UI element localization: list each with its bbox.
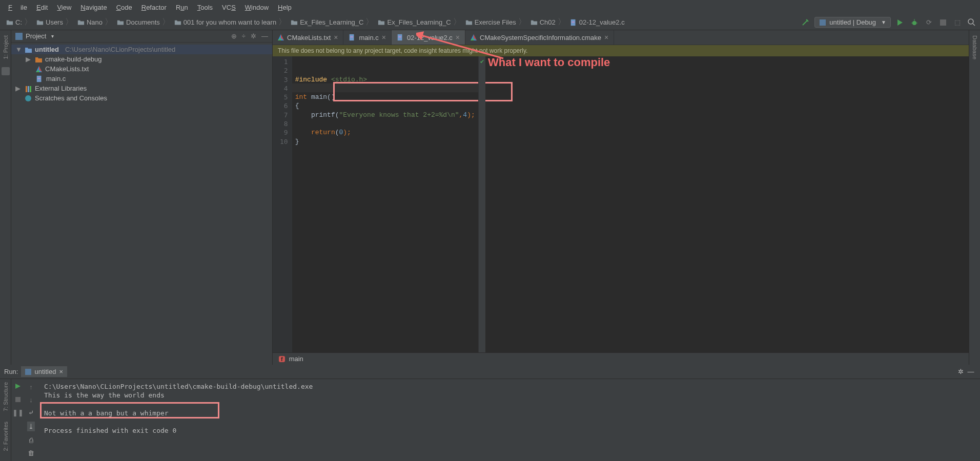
run-config-label: untitled | Debug — [829, 18, 876, 26]
stop-button[interactable] — [15, 396, 21, 404]
libs-icon — [25, 85, 32, 92]
tree-cmake-build[interactable]: ▶ cmake-build-debug — [11, 54, 272, 64]
console-line: This is the way the world ends — [44, 391, 165, 399]
build-icon[interactable] — [800, 17, 810, 28]
menu-code[interactable]: Code — [112, 2, 136, 13]
tab-mainc[interactable]: main.c× — [343, 30, 391, 45]
svg-point-16 — [25, 95, 31, 101]
svg-rect-14 — [28, 86, 29, 92]
close-icon[interactable]: × — [334, 33, 338, 41]
svg-rect-15 — [30, 86, 31, 92]
navigation-toolbar: C:〉 Users〉 Nano〉 Documents〉 001 for you … — [0, 15, 980, 30]
menu-tools[interactable]: Tools — [193, 2, 217, 13]
print-icon[interactable]: ⎙ — [29, 436, 33, 444]
crumb-exercise: Exercise Files — [462, 18, 517, 26]
svg-rect-10 — [15, 33, 23, 40]
chevron-down-icon[interactable]: ▾ — [51, 33, 54, 39]
console-output[interactable]: C:\Users\Nano\CLionProjects\untitled\cma… — [38, 379, 980, 461]
debug-button[interactable] — [909, 17, 920, 28]
tool-database-tab[interactable]: Database — [972, 32, 978, 62]
tree-root[interactable]: ▼ untitled C:\Users\Nano\CLionProjects\u… — [11, 45, 272, 54]
hide-icon[interactable]: — — [966, 367, 976, 377]
menu-view[interactable]: View — [53, 2, 75, 13]
crumb-ex1: Ex_Files_Learning_C — [288, 18, 364, 26]
collapse-icon[interactable]: ÷ — [242, 32, 246, 40]
menu-file[interactable]: File — [4, 2, 31, 13]
project-tree[interactable]: ▼ untitled C:\Users\Nano\CLionProjects\u… — [11, 43, 272, 105]
crumb-nano: Nano — [74, 18, 104, 26]
run-actions-primary: ❚❚ — [11, 379, 25, 461]
crumb-ex2: Ex_Files_Learning_C — [375, 18, 452, 26]
target-icon[interactable]: ⊕ — [231, 32, 237, 40]
svg-rect-13 — [26, 86, 27, 92]
stop-button[interactable] — [938, 17, 948, 28]
rerun-button[interactable] — [15, 383, 21, 391]
svg-point-8 — [968, 19, 973, 24]
up-icon[interactable]: ↑ — [29, 383, 33, 391]
run-config-selector[interactable]: untitled | Debug ▼ — [814, 17, 891, 28]
tree-external-libs[interactable]: ▶ External Libraries — [11, 83, 272, 93]
code-editor[interactable]: 12345678910 #include <stdio.h> int main(… — [273, 56, 969, 352]
gear-icon[interactable]: ✲ — [251, 32, 256, 40]
close-icon[interactable]: × — [59, 368, 63, 375]
tab-cmakelists[interactable]: CMakeLists.txt× — [273, 30, 343, 45]
clear-icon[interactable]: 🗑 — [28, 449, 34, 457]
tree-mainc[interactable]: main.c — [11, 74, 272, 83]
tab-value2[interactable]: 02-12_value2.c× — [392, 30, 465, 45]
menu-window[interactable]: Window — [241, 2, 273, 13]
crumb-ch02: Ch02 — [527, 18, 557, 26]
right-tool-strip: Database — [969, 30, 980, 365]
update-icon[interactable]: ⬚ — [952, 17, 963, 28]
run-tool-window: Run: untitled × ✲ — 7: Structure 2: Favo… — [0, 365, 980, 461]
chevron-down-icon: ▼ — [881, 19, 886, 25]
menu-refactor[interactable]: Refactor — [137, 2, 171, 13]
menu-help[interactable]: Help — [274, 2, 296, 13]
crumb-users: Users — [33, 18, 64, 26]
gear-icon[interactable]: ✲ — [955, 367, 966, 377]
editor-warning-bar: This file does not belong to any project… — [273, 45, 969, 56]
menu-vcs[interactable]: VCS — [218, 2, 240, 13]
left-tool-strip-lower: 7: Structure 2: Favorites — [0, 379, 11, 461]
tree-scratches[interactable]: Scratches and Consoles — [11, 93, 272, 103]
close-icon[interactable]: × — [382, 33, 386, 41]
tool-structure-tab[interactable]: 7: Structure — [3, 382, 9, 411]
console-line: Not with a a bang but a whimper — [44, 409, 169, 417]
close-icon[interactable]: × — [604, 33, 608, 41]
svg-rect-23 — [15, 397, 21, 402]
soft-wrap-icon[interactable]: ⤶ — [28, 409, 34, 416]
svg-rect-18 — [351, 36, 353, 37]
c-file-icon — [349, 34, 356, 41]
down-icon[interactable]: ↓ — [29, 396, 33, 404]
crumb-documents: Documents — [114, 18, 161, 26]
close-icon[interactable]: × — [456, 33, 460, 41]
crumb-c: C: — [3, 18, 23, 26]
folder-icon — [25, 46, 32, 53]
scroll-end-icon[interactable]: ⤓ — [27, 422, 35, 431]
folder-icon — [35, 56, 42, 63]
c-file-icon — [397, 34, 404, 41]
breadcrumb-bar: f main — [273, 352, 969, 365]
run-actions-secondary: ↑ ↓ ⤶ ⤓ ⎙ 🗑 — [25, 379, 38, 461]
scratches-icon — [25, 95, 32, 102]
line-number-gutter: 12345678910 — [273, 56, 292, 352]
tool-icon[interactable] — [2, 67, 10, 75]
run-tab[interactable]: untitled × — [21, 366, 67, 377]
c-file-icon — [36, 75, 43, 82]
menu-run[interactable]: Run — [172, 2, 192, 13]
tree-cmakelists[interactable]: CMakeLists.txt — [11, 64, 272, 74]
svg-rect-22 — [25, 369, 31, 375]
crumb-file: 02-12_value2.c — [567, 18, 626, 26]
breadcrumb[interactable]: C:〉 Users〉 Nano〉 Documents〉 001 for you … — [3, 17, 800, 28]
hide-icon[interactable]: — — [261, 32, 268, 40]
tab-cmakesys[interactable]: CMakeSystemSpecificInformation.cmake× — [465, 30, 614, 45]
search-everywhere-icon[interactable] — [967, 17, 977, 28]
code-content[interactable]: #include <stdio.h> int main() { printf("… — [292, 56, 478, 352]
tool-favorites-tab[interactable]: 2: Favorites — [3, 422, 9, 451]
menu-edit[interactable]: Edit — [32, 2, 52, 13]
tool-project-tab[interactable]: 1: Project — [3, 32, 9, 62]
run-panel-label: Run: — [4, 368, 18, 375]
run-button[interactable] — [895, 17, 905, 28]
attach-debugger-icon[interactable]: ⟳ — [924, 17, 934, 28]
menu-navigate[interactable]: Navigate — [76, 2, 111, 13]
pause-button[interactable]: ❚❚ — [12, 409, 24, 416]
